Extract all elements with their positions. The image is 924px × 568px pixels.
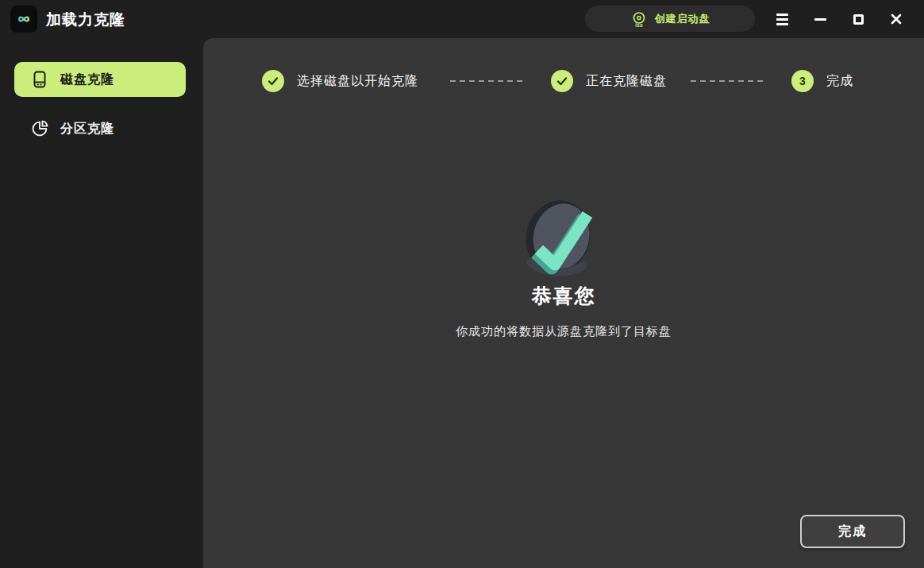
step-2-indicator bbox=[551, 70, 573, 92]
close-button[interactable] bbox=[883, 6, 910, 32]
sidebar: 磁盘克隆 分区克隆 bbox=[0, 38, 203, 568]
check-icon bbox=[556, 75, 568, 87]
maximize-button[interactable] bbox=[845, 6, 872, 32]
step-connector bbox=[691, 80, 764, 82]
svg-text:iso: iso bbox=[635, 21, 642, 27]
create-boot-disk-button[interactable]: iso 创建启动盘 bbox=[585, 6, 755, 32]
success-subtitle: 你成功的将数据从源盘克隆到了目标盘 bbox=[203, 324, 924, 339]
minimize-icon bbox=[814, 18, 826, 21]
app-logo-icon bbox=[10, 6, 37, 33]
main-panel: 选择磁盘以开始克隆 正在克隆磁盘 3 完成 恭喜您 bbox=[203, 38, 924, 568]
check-icon bbox=[267, 75, 279, 87]
step-3-number: 3 bbox=[799, 75, 806, 87]
iso-disc-icon: iso bbox=[630, 10, 648, 28]
maximize-icon bbox=[853, 14, 864, 25]
done-button[interactable]: 完成 bbox=[800, 515, 905, 548]
app-title: 加载力克隆 bbox=[46, 10, 125, 30]
app-window: 加载力克隆 iso 创建启动盘 bbox=[0, 0, 924, 568]
menu-icon bbox=[776, 14, 788, 25]
step-2-label: 正在克隆磁盘 bbox=[586, 70, 667, 92]
sidebar-item-partition-clone[interactable]: 分区克隆 bbox=[14, 111, 186, 146]
step-1-label: 选择磁盘以开始克隆 bbox=[297, 70, 418, 92]
done-button-label: 完成 bbox=[838, 524, 867, 540]
success-title: 恭喜您 bbox=[203, 283, 924, 309]
sidebar-item-label: 分区克隆 bbox=[60, 121, 114, 137]
minimize-button[interactable] bbox=[807, 6, 834, 32]
step-1-indicator bbox=[262, 70, 284, 92]
step-connector bbox=[450, 80, 523, 82]
title-bar: 加载力克隆 iso 创建启动盘 bbox=[0, 0, 924, 38]
step-3-indicator: 3 bbox=[791, 70, 814, 92]
success-check-illustration bbox=[510, 189, 614, 284]
pie-chart-icon bbox=[30, 119, 49, 138]
close-icon bbox=[890, 13, 903, 25]
disk-drive-icon bbox=[30, 70, 49, 89]
step-3-label: 完成 bbox=[826, 70, 853, 92]
sidebar-item-label: 磁盘克隆 bbox=[60, 71, 114, 88]
menu-button[interactable] bbox=[768, 6, 795, 32]
create-boot-disk-label: 创建启动盘 bbox=[655, 12, 710, 26]
sidebar-item-disk-clone[interactable]: 磁盘克隆 bbox=[14, 62, 186, 97]
